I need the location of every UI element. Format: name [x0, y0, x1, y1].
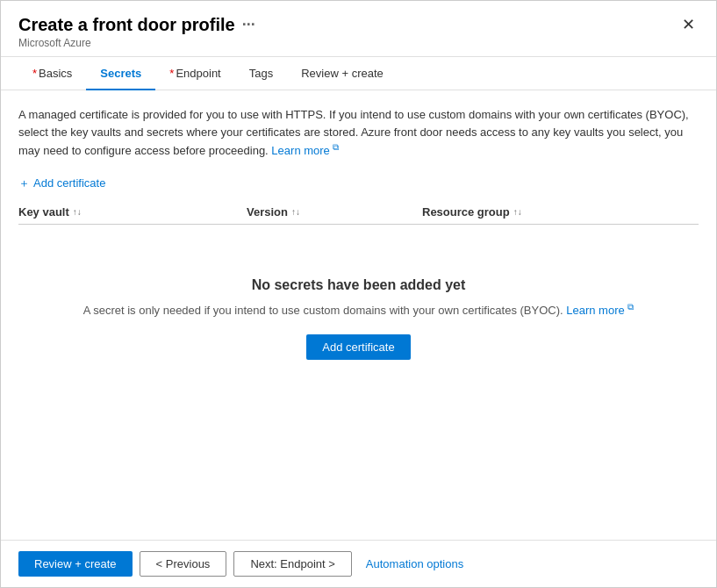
- tab-secrets[interactable]: Secrets: [86, 58, 155, 90]
- column-header-version[interactable]: Version ↑↓: [247, 205, 422, 219]
- dialog-title: Create a front door profile ···: [18, 15, 255, 35]
- required-star-basics: *: [32, 67, 37, 80]
- empty-state-description: A secret is only needed if you intend to…: [83, 302, 635, 317]
- tab-tags[interactable]: Tags: [235, 58, 287, 90]
- empty-state-title: No secrets have been added yet: [252, 277, 466, 293]
- title-area: Create a front door profile ··· Microsof…: [18, 15, 255, 49]
- tab-basics[interactable]: *Basics: [18, 58, 86, 90]
- sort-icon-key-vault: ↑↓: [73, 207, 82, 217]
- info-learn-more-link[interactable]: Learn more ⧉: [271, 144, 339, 157]
- info-paragraph: A managed certificate is provided for yo…: [18, 106, 699, 160]
- automation-options-button[interactable]: Automation options: [359, 552, 470, 576]
- sort-icon-version: ↑↓: [291, 207, 300, 217]
- external-link-icon-2: ⧉: [627, 302, 634, 312]
- sort-icon-resource-group: ↑↓: [513, 207, 522, 217]
- review-create-button[interactable]: Review + create: [18, 551, 133, 577]
- column-header-resource-group[interactable]: Resource group ↑↓: [422, 205, 699, 219]
- title-text: Create a front door profile: [18, 15, 235, 35]
- column-header-key-vault[interactable]: Key vault ↑↓: [18, 205, 247, 219]
- add-certificate-empty-button[interactable]: Add certificate: [306, 334, 410, 360]
- more-options-icon[interactable]: ···: [242, 16, 255, 34]
- empty-learn-more-link[interactable]: Learn more ⧉: [566, 304, 634, 317]
- tab-bar: *Basics Secrets *Endpoint Tags Review + …: [1, 57, 716, 90]
- main-content: A managed certificate is provided for yo…: [1, 90, 716, 540]
- table-header: Key vault ↑↓ Version ↑↓ Resource group ↑…: [18, 205, 699, 225]
- footer: Review + create < Previous Next: Endpoin…: [1, 540, 716, 587]
- dialog-subtitle: Microsoft Azure: [18, 37, 255, 49]
- next-endpoint-button[interactable]: Next: Endpoint >: [233, 551, 351, 577]
- plus-icon: ＋: [18, 176, 30, 191]
- tab-review[interactable]: Review + create: [287, 58, 398, 90]
- empty-state: No secrets have been added yet A secret …: [18, 225, 699, 395]
- tab-endpoint[interactable]: *Endpoint: [155, 58, 234, 90]
- external-link-icon: ⧉: [333, 142, 339, 152]
- dialog-header: Create a front door profile ··· Microsof…: [1, 1, 716, 57]
- required-star-endpoint: *: [169, 67, 174, 80]
- close-button[interactable]: ✕: [678, 15, 699, 34]
- dialog: Create a front door profile ··· Microsof…: [0, 0, 717, 588]
- previous-button[interactable]: < Previous: [140, 551, 227, 577]
- add-certificate-top-button[interactable]: ＋ Add certificate: [18, 176, 105, 191]
